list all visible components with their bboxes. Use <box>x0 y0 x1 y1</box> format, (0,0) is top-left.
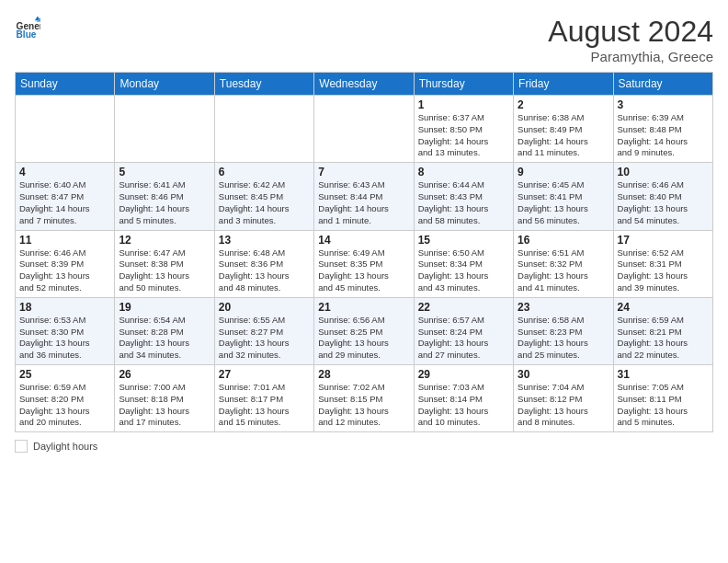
table-row: 21Sunrise: 6:56 AMSunset: 8:25 PMDayligh… <box>314 297 414 364</box>
table-row: 7Sunrise: 6:43 AMSunset: 8:44 PMDaylight… <box>314 163 414 230</box>
day-number: 1 <box>418 98 509 111</box>
day-number: 20 <box>219 301 310 314</box>
table-row: 2Sunrise: 6:38 AMSunset: 8:49 PMDaylight… <box>514 96 613 163</box>
day-info: Sunrise: 6:39 AMSunset: 8:48 PMDaylight:… <box>618 112 709 159</box>
table-row: 3Sunrise: 6:39 AMSunset: 8:48 PMDaylight… <box>613 96 712 163</box>
calendar-week-row: 4Sunrise: 6:40 AMSunset: 8:47 PMDaylight… <box>16 163 713 230</box>
table-row: 10Sunrise: 6:46 AMSunset: 8:40 PMDayligh… <box>613 163 712 230</box>
day-info: Sunrise: 7:03 AMSunset: 8:14 PMDaylight:… <box>418 382 509 429</box>
table-row: 25Sunrise: 6:59 AMSunset: 8:20 PMDayligh… <box>16 365 115 432</box>
day-number: 16 <box>518 234 609 247</box>
day-info: Sunrise: 6:38 AMSunset: 8:49 PMDaylight:… <box>518 112 609 159</box>
day-info: Sunrise: 6:57 AMSunset: 8:24 PMDaylight:… <box>418 315 509 362</box>
day-number: 13 <box>219 234 310 247</box>
table-row <box>16 96 115 163</box>
col-wednesday: Wednesday <box>314 73 414 96</box>
day-info: Sunrise: 6:40 AMSunset: 8:47 PMDaylight:… <box>19 179 110 226</box>
day-number: 28 <box>318 368 409 381</box>
table-row: 4Sunrise: 6:40 AMSunset: 8:47 PMDaylight… <box>16 163 115 230</box>
table-row: 24Sunrise: 6:59 AMSunset: 8:21 PMDayligh… <box>613 297 712 364</box>
col-monday: Monday <box>115 73 214 96</box>
day-number: 6 <box>219 166 310 178</box>
table-row: 9Sunrise: 6:45 AMSunset: 8:41 PMDaylight… <box>514 163 613 230</box>
day-info: Sunrise: 6:59 AMSunset: 8:21 PMDaylight:… <box>618 315 709 362</box>
col-tuesday: Tuesday <box>214 73 313 96</box>
day-info: Sunrise: 7:04 AMSunset: 8:12 PMDaylight:… <box>518 382 609 429</box>
table-row <box>214 96 313 163</box>
day-info: Sunrise: 6:55 AMSunset: 8:27 PMDaylight:… <box>219 315 310 362</box>
day-info: Sunrise: 6:50 AMSunset: 8:34 PMDaylight:… <box>418 247 509 294</box>
day-info: Sunrise: 7:00 AMSunset: 8:18 PMDaylight:… <box>119 382 210 429</box>
day-number: 19 <box>119 301 210 314</box>
day-number: 7 <box>318 166 409 178</box>
day-info: Sunrise: 6:54 AMSunset: 8:28 PMDaylight:… <box>119 315 210 362</box>
day-info: Sunrise: 6:49 AMSunset: 8:35 PMDaylight:… <box>318 247 409 294</box>
day-number: 21 <box>318 301 409 314</box>
table-row: 11Sunrise: 6:46 AMSunset: 8:39 PMDayligh… <box>16 230 115 297</box>
col-sunday: Sunday <box>16 73 115 96</box>
location-subtitle: Paramythia, Greece <box>548 49 713 64</box>
day-number: 26 <box>119 368 210 381</box>
day-number: 30 <box>518 368 609 381</box>
day-number: 4 <box>19 166 110 178</box>
calendar-table: Sunday Monday Tuesday Wednesday Thursday… <box>15 72 713 432</box>
table-row: 20Sunrise: 6:55 AMSunset: 8:27 PMDayligh… <box>214 297 313 364</box>
day-info: Sunrise: 6:46 AMSunset: 8:40 PMDaylight:… <box>618 179 709 226</box>
legend-box <box>15 440 28 453</box>
day-number: 25 <box>19 368 110 381</box>
day-number: 29 <box>418 368 509 381</box>
logo: General Blue <box>15 15 40 40</box>
calendar-week-row: 1Sunrise: 6:37 AMSunset: 8:50 PMDaylight… <box>16 96 713 163</box>
table-row: 13Sunrise: 6:48 AMSunset: 8:36 PMDayligh… <box>214 230 313 297</box>
day-number: 24 <box>618 301 709 314</box>
table-row: 30Sunrise: 7:04 AMSunset: 8:12 PMDayligh… <box>514 365 613 432</box>
day-number: 15 <box>418 234 509 247</box>
day-info: Sunrise: 6:42 AMSunset: 8:45 PMDaylight:… <box>219 179 310 226</box>
table-row: 14Sunrise: 6:49 AMSunset: 8:35 PMDayligh… <box>314 230 414 297</box>
day-info: Sunrise: 6:51 AMSunset: 8:32 PMDaylight:… <box>518 247 609 294</box>
day-number: 17 <box>618 234 709 247</box>
day-number: 27 <box>219 368 310 381</box>
table-row: 6Sunrise: 6:42 AMSunset: 8:45 PMDaylight… <box>214 163 313 230</box>
logo-icon: General Blue <box>15 15 40 40</box>
day-info: Sunrise: 6:58 AMSunset: 8:23 PMDaylight:… <box>518 315 609 362</box>
table-row: 28Sunrise: 7:02 AMSunset: 8:15 PMDayligh… <box>314 365 414 432</box>
col-thursday: Thursday <box>414 73 513 96</box>
day-number: 3 <box>618 98 709 111</box>
day-info: Sunrise: 7:05 AMSunset: 8:11 PMDaylight:… <box>618 382 709 429</box>
day-number: 10 <box>618 166 709 178</box>
calendar-week-row: 25Sunrise: 6:59 AMSunset: 8:20 PMDayligh… <box>16 365 713 432</box>
day-info: Sunrise: 6:43 AMSunset: 8:44 PMDaylight:… <box>318 179 409 226</box>
day-info: Sunrise: 6:52 AMSunset: 8:31 PMDaylight:… <box>618 247 709 294</box>
table-row: 17Sunrise: 6:52 AMSunset: 8:31 PMDayligh… <box>613 230 712 297</box>
day-info: Sunrise: 6:47 AMSunset: 8:38 PMDaylight:… <box>119 247 210 294</box>
calendar-week-row: 18Sunrise: 6:53 AMSunset: 8:30 PMDayligh… <box>16 297 713 364</box>
table-row: 18Sunrise: 6:53 AMSunset: 8:30 PMDayligh… <box>16 297 115 364</box>
day-info: Sunrise: 7:02 AMSunset: 8:15 PMDaylight:… <box>318 382 409 429</box>
calendar-week-row: 11Sunrise: 6:46 AMSunset: 8:39 PMDayligh… <box>16 230 713 297</box>
day-number: 23 <box>518 301 609 314</box>
day-number: 11 <box>19 234 110 247</box>
legend: Daylight hours <box>15 440 713 453</box>
day-info: Sunrise: 6:59 AMSunset: 8:20 PMDaylight:… <box>19 382 110 429</box>
table-row: 26Sunrise: 7:00 AMSunset: 8:18 PMDayligh… <box>115 365 214 432</box>
day-number: 18 <box>19 301 110 314</box>
day-info: Sunrise: 6:44 AMSunset: 8:43 PMDaylight:… <box>418 179 509 226</box>
table-row: 12Sunrise: 6:47 AMSunset: 8:38 PMDayligh… <box>115 230 214 297</box>
day-info: Sunrise: 6:46 AMSunset: 8:39 PMDaylight:… <box>19 247 110 294</box>
day-number: 8 <box>418 166 509 178</box>
day-info: Sunrise: 6:41 AMSunset: 8:46 PMDaylight:… <box>119 179 210 226</box>
day-number: 12 <box>119 234 210 247</box>
table-row: 22Sunrise: 6:57 AMSunset: 8:24 PMDayligh… <box>414 297 513 364</box>
day-info: Sunrise: 6:53 AMSunset: 8:30 PMDaylight:… <box>19 315 110 362</box>
table-row: 19Sunrise: 6:54 AMSunset: 8:28 PMDayligh… <box>115 297 214 364</box>
month-year-title: August 2024 <box>548 15 713 49</box>
day-number: 31 <box>618 368 709 381</box>
table-row: 16Sunrise: 6:51 AMSunset: 8:32 PMDayligh… <box>514 230 613 297</box>
table-row: 29Sunrise: 7:03 AMSunset: 8:14 PMDayligh… <box>414 365 513 432</box>
day-number: 22 <box>418 301 509 314</box>
calendar-header-row: Sunday Monday Tuesday Wednesday Thursday… <box>16 73 713 96</box>
table-row: 8Sunrise: 6:44 AMSunset: 8:43 PMDaylight… <box>414 163 513 230</box>
svg-text:Blue: Blue <box>17 29 37 40</box>
day-info: Sunrise: 6:48 AMSunset: 8:36 PMDaylight:… <box>219 247 310 294</box>
